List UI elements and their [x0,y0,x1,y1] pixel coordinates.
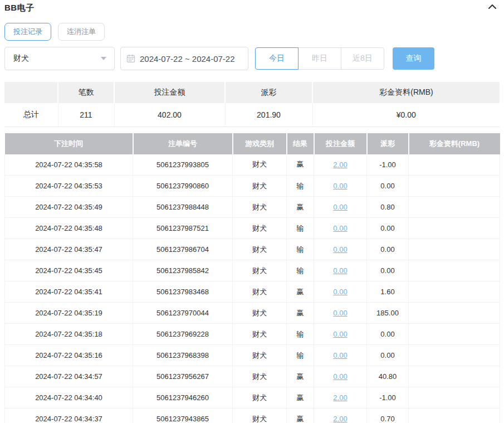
bet-time-cell: 2024-07-22 04:35:45 [5,260,133,281]
bonus-cell [409,345,500,366]
result-cell: 输 [287,176,314,197]
table-row: 2024-07-22 04:34:405061237946260财犬赢2.00-… [5,387,500,409]
game-type-cell: 财犬 [233,324,287,345]
summary-total-payout: 201.90 [225,103,312,127]
result-cell: 赢 [287,154,314,176]
game-type-cell: 财犬 [233,345,287,366]
table-row: 2024-07-22 04:35:495061237988448财犬赢0.000… [5,197,500,218]
order-number-cell: 5061237956267 [133,366,233,387]
table-row: 2024-07-22 04:35:475061237986704财犬输0.000… [5,239,500,260]
game-type-cell: 财犬 [233,303,287,324]
calendar-icon [126,54,135,63]
summary-col-bet-amount: 投注金额 [114,82,225,103]
records-header-row: 下注时间 注单编号 游戏类别 结果 投注金额 派彩 彩金资料(RMB) [5,133,500,154]
result-cell: 输 [287,260,314,281]
title-row: BB电子 [4,0,500,11]
bet-amount-cell: 0.00 [314,197,367,218]
order-number-cell: 5061237969228 [133,324,233,345]
payout-cell: -1.00 [367,154,409,176]
bonus-cell [409,197,500,218]
game-type-cell: 财犬 [233,154,287,176]
bonus-cell [409,260,500,281]
order-number-cell: 5061237987521 [133,218,233,239]
quick-button-last8days[interactable]: 近8日 [341,47,384,70]
bet-amount-link[interactable]: 0.00 [333,288,347,296]
search-button[interactable]: 查询 [393,47,434,70]
bonus-cell [409,303,500,324]
bet-amount-cell: 0.00 [314,176,367,197]
bet-amount-link[interactable]: 0.00 [333,182,347,190]
payout-cell: 0.00 [367,176,409,197]
col-header-order-number: 注单编号 [133,133,233,154]
summary-total-label: 总计 [4,103,58,127]
bet-time-cell: 2024-07-22 04:34:37 [5,409,133,423]
bet-amount-link[interactable]: 0.00 [333,372,347,381]
payout-cell: 0.00 [367,239,409,260]
game-type-cell: 财犬 [233,260,287,281]
bet-amount-link[interactable]: 0.00 [333,309,347,317]
bet-amount-cell: 0.00 [314,324,367,345]
result-cell: 赢 [287,197,314,218]
bet-time-cell: 2024-07-22 04:35:18 [5,324,133,345]
caret-down-icon [101,57,106,60]
table-row: 2024-07-22 04:35:485061237987521财犬输0.000… [5,218,500,239]
bet-amount-link[interactable]: 0.00 [333,203,347,211]
summary-table: 笔数 投注金额 派彩 彩金资料(RMB) 总计 211 402.00 201.9… [4,82,500,127]
chevron-up-icon [487,3,497,13]
payout-cell: -1.00 [367,387,409,409]
bet-amount-link[interactable]: 2.00 [333,415,347,423]
payout-cell: 185.00 [367,303,409,324]
collapse-button[interactable] [486,3,498,13]
payout-cell: 0.00 [367,345,409,366]
col-header-game-type: 游戏类别 [233,133,287,154]
payout-cell: 0.00 [367,324,409,345]
bet-amount-link[interactable]: 0.00 [333,266,347,275]
order-number-cell: 5061237983468 [133,281,233,303]
tab-bet-records[interactable]: 投注记录 [4,23,51,41]
table-row: 2024-07-22 04:35:165061237968398财犬输0.000… [5,345,500,366]
summary-col-bonus: 彩金资料(RMB) [312,82,500,103]
bet-amount-link[interactable]: 2.00 [333,393,347,402]
bet-time-cell: 2024-07-22 04:34:57 [5,366,133,387]
quick-button-yesterday[interactable]: 昨日 [298,47,341,70]
col-header-bet-time: 下注时间 [5,133,133,154]
order-number-cell: 5061237968398 [133,345,233,366]
result-cell: 赢 [287,366,314,387]
game-type-cell: 财犬 [233,176,287,197]
bet-time-cell: 2024-07-22 04:35:53 [5,176,133,197]
bet-amount-cell: 0.00 [314,239,367,260]
payout-cell: 0.00 [367,218,409,239]
quick-button-today[interactable]: 今日 [255,47,299,70]
summary-col-empty [4,82,58,103]
bet-amount-cell: 0.00 [314,218,367,239]
payout-cell: 0.00 [367,260,409,281]
tab-cancelled-orders[interactable]: 连消注单 [58,23,105,41]
bet-time-cell: 2024-07-22 04:35:47 [5,239,133,260]
summary-col-count: 笔数 [58,82,114,103]
bet-amount-cell: 0.00 [314,366,367,387]
bet-time-cell: 2024-07-22 04:34:40 [5,387,133,409]
game-type-cell: 财犬 [233,366,287,387]
bet-amount-link[interactable]: 0.00 [333,330,347,338]
col-header-result: 结果 [287,133,314,154]
result-cell: 输 [287,239,314,260]
game-type-cell: 财犬 [233,197,287,218]
table-row: 2024-07-22 04:35:455061237985842财犬输0.000… [5,260,500,281]
game-select[interactable]: 财犬 [4,47,115,70]
date-range-value: 2024-07-22 ~ 2024-07-22 [140,54,235,64]
date-range-input[interactable]: 2024-07-22 ~ 2024-07-22 [120,47,248,70]
bet-amount-link[interactable]: 0.00 [333,245,347,254]
bet-amount-link[interactable]: 0.00 [333,351,347,359]
order-number-cell: 5061237986704 [133,239,233,260]
summary-total-count: 211 [58,103,114,127]
bonus-cell [409,409,500,423]
order-number-cell: 5061237943865 [133,409,233,423]
summary-total-bet-amount: 402.00 [114,103,225,127]
summary-col-payout: 派彩 [225,82,312,103]
order-number-cell: 5061237990860 [133,176,233,197]
bet-amount-link[interactable]: 2.00 [333,161,347,169]
bet-amount-link[interactable]: 0.00 [333,224,347,232]
col-header-payout: 派彩 [367,133,409,154]
table-row: 2024-07-22 04:35:585061237993805财犬赢2.00-… [5,154,500,176]
records-tbody: 2024-07-22 04:35:585061237993805财犬赢2.00-… [5,154,500,423]
